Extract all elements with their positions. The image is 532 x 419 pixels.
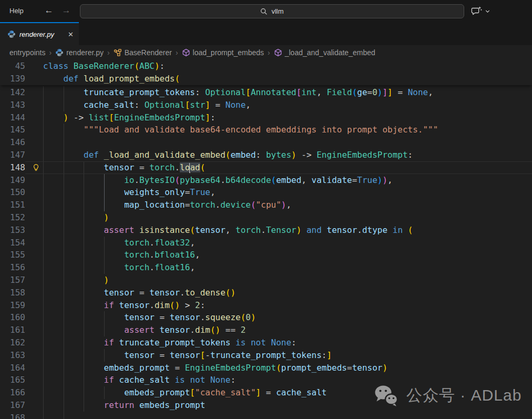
- breadcrumb-item[interactable]: entrypoints: [9, 48, 45, 57]
- code-line[interactable]: 161 assert tensor.dim() == 2: [0, 324, 532, 336]
- code-token: lo: [180, 162, 190, 172]
- code-line[interactable]: 151 map_location=torch.device("cpu"),: [0, 199, 532, 211]
- code-token: (: [408, 225, 413, 235]
- code-line[interactable]: 159 if tensor.dim() > 2:: [0, 299, 532, 312]
- code-line[interactable]: 148 tensor = torch.load(: [0, 161, 532, 174]
- line-number[interactable]: 161: [0, 324, 25, 336]
- indent-guide: [64, 374, 64, 386]
- code-token: =: [261, 387, 276, 397]
- code-line[interactable]: 147 def _load_and_validate_embed(embed: …: [0, 149, 532, 161]
- code-line[interactable]: 142 truncate_prompt_tokens: Optional[Ann…: [0, 86, 532, 99]
- line-number[interactable]: 45: [0, 60, 25, 73]
- line-number[interactable]: 149: [0, 174, 25, 187]
- code-line[interactable]: 154 torch.float32,: [0, 237, 532, 249]
- sticky-line[interactable]: 139 def load_prompt_embeds(: [0, 73, 532, 85]
- code-token: dim: [155, 300, 170, 310]
- indent-guide: [64, 249, 64, 261]
- breadcrumb-label: BaseRenderer: [125, 48, 172, 57]
- code-line[interactable]: 168: [0, 412, 532, 419]
- forward-button[interactable]: →: [59, 0, 73, 22]
- line-number[interactable]: 148: [0, 161, 25, 174]
- line-number[interactable]: 143: [0, 99, 25, 111]
- code-token: [43, 113, 64, 122]
- code-token: Optional: [205, 87, 245, 97]
- indent-guide: [84, 324, 84, 336]
- back-button[interactable]: ←: [42, 0, 56, 22]
- tab-renderer-py[interactable]: renderer.py ✕: [0, 22, 79, 45]
- line-number[interactable]: 156: [0, 261, 25, 274]
- indent-guide: [64, 174, 64, 187]
- line-number[interactable]: 167: [0, 399, 25, 412]
- line-number[interactable]: 144: [0, 111, 25, 124]
- chevron-down-icon[interactable]: [484, 8, 491, 15]
- menu-item-help[interactable]: Help: [6, 0, 27, 22]
- code-line[interactable]: 158 tensor = tensor.to_dense(): [0, 287, 532, 299]
- line-number[interactable]: 152: [0, 211, 25, 224]
- line-number[interactable]: 147: [0, 149, 25, 161]
- line-number[interactable]: 142: [0, 86, 25, 99]
- code-line[interactable]: 162 if truncate_prompt_tokens is not Non…: [0, 336, 532, 349]
- code-text: torch.float16,: [43, 261, 532, 274]
- line-number[interactable]: 145: [0, 124, 25, 136]
- breadcrumb-item[interactable]: BaseRenderer: [114, 48, 172, 57]
- copilot-chat-button[interactable]: [470, 4, 491, 18]
- code-line[interactable]: 149 io.BytesIO(pybase64.b64decode(embed,…: [0, 174, 532, 187]
- search-value: vllm: [271, 7, 283, 15]
- code-token: None: [408, 87, 428, 97]
- line-number[interactable]: 155: [0, 249, 25, 261]
- line-number[interactable]: 165: [0, 374, 25, 386]
- line-number[interactable]: 159: [0, 299, 25, 312]
- line-number[interactable]: 166: [0, 386, 25, 399]
- code-token: tensor: [170, 312, 200, 322]
- code-text: assert isinstance(tensor, torch.Tensor) …: [43, 224, 532, 237]
- line-number[interactable]: 139: [0, 73, 25, 85]
- code-line[interactable]: 145 """Load and validate base64-encoded …: [0, 124, 532, 136]
- code-token: ): [291, 150, 296, 160]
- code-line[interactable]: 163 tensor = tensor[-truncate_prompt_tok…: [0, 349, 532, 362]
- code-token: [43, 275, 104, 285]
- code-line[interactable]: 160 tensor = tensor.squeeze(0): [0, 311, 532, 324]
- line-number[interactable]: 151: [0, 199, 25, 211]
- line-number[interactable]: 168: [0, 412, 25, 419]
- code-token: tensor: [124, 350, 155, 360]
- code-line[interactable]: 146: [0, 136, 532, 149]
- code-token: assert: [104, 225, 135, 235]
- line-number[interactable]: 153: [0, 224, 25, 237]
- code-token: (: [352, 87, 357, 97]
- sticky-line[interactable]: 45class BaseRenderer(ABC):: [0, 60, 532, 73]
- code-token: ->: [296, 150, 317, 160]
- code-line[interactable]: 153 assert isinstance(tensor, torch.Tens…: [0, 224, 532, 237]
- gutter-decoration: [25, 237, 43, 249]
- breadcrumb-item[interactable]: renderer.py: [55, 48, 104, 57]
- code-token: ,: [226, 225, 236, 235]
- line-number[interactable]: 160: [0, 311, 25, 324]
- tab-close-icon[interactable]: ✕: [68, 30, 74, 38]
- line-number[interactable]: 150: [0, 186, 25, 199]
- line-number[interactable]: 154: [0, 237, 25, 249]
- code-line[interactable]: 152 ): [0, 211, 532, 224]
- code-line[interactable]: 150 weights_only=True,: [0, 186, 532, 199]
- breadcrumb-item[interactable]: load_prompt_embeds: [182, 48, 264, 57]
- code-line[interactable]: 164 embeds_prompt = EngineEmbedsPrompt(p…: [0, 362, 532, 374]
- code-token: def: [84, 150, 99, 160]
- line-number[interactable]: 162: [0, 336, 25, 349]
- line-number[interactable]: 157: [0, 274, 25, 287]
- code-token: .: [357, 225, 362, 235]
- code-token: (: [226, 150, 231, 160]
- code-line[interactable]: 143 cache_salt: Optional[str] = None,: [0, 99, 532, 111]
- line-number[interactable]: 163: [0, 349, 25, 362]
- code-token: tensor: [104, 162, 135, 172]
- line-number[interactable]: 146: [0, 136, 25, 149]
- code-lines: 142 truncate_prompt_tokens: Optional[Ann…: [0, 86, 532, 419]
- line-number[interactable]: 164: [0, 362, 25, 374]
- breadcrumb-item[interactable]: _load_and_validate_embed: [274, 48, 375, 57]
- code-line[interactable]: 156 torch.float16,: [0, 261, 532, 274]
- lightbulb-icon[interactable]: [25, 161, 43, 174]
- code-token: .: [200, 312, 206, 322]
- code-line[interactable]: 157 ): [0, 274, 532, 287]
- code-token: [43, 400, 104, 410]
- code-line[interactable]: 155 torch.bfloat16,: [0, 249, 532, 261]
- code-line[interactable]: 144 ) -> list[EngineEmbedsPrompt]:: [0, 111, 532, 124]
- command-center-search[interactable]: vllm: [80, 4, 464, 18]
- line-number[interactable]: 158: [0, 287, 25, 299]
